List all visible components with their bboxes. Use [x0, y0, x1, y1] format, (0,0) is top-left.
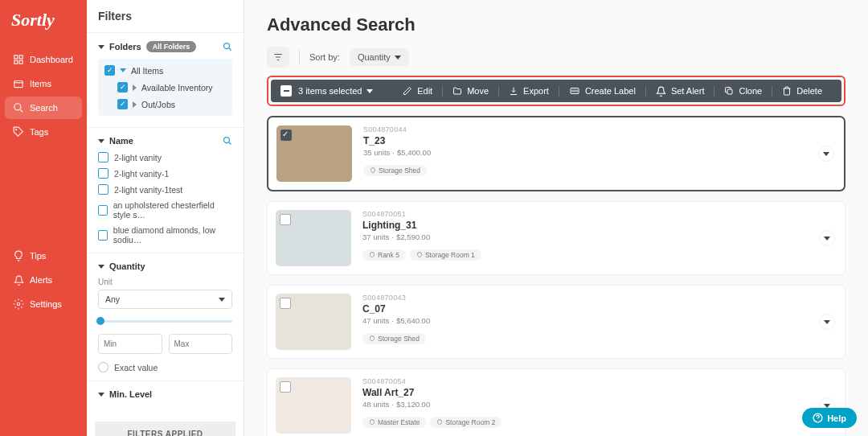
nav-item-items[interactable]: Items	[5, 72, 82, 95]
chevron-right-icon	[133, 84, 137, 91]
nav-item-tips[interactable]: Tips	[5, 245, 82, 267]
name-filter-item[interactable]: an upholstered chesterfield style s…	[98, 200, 232, 220]
brand-logo: Sortly	[0, 0, 87, 40]
location-tag[interactable]: Master Estate	[362, 417, 426, 428]
item-checkbox[interactable]	[280, 381, 291, 393]
gear-icon	[13, 298, 24, 310]
main-content: Advanced Search Sort by: Quantity 3 item…	[244, 0, 868, 436]
svg-point-9	[224, 138, 230, 143]
checkbox-icon[interactable]: ✓	[117, 99, 128, 109]
chevron-down-icon[interactable]	[366, 89, 373, 93]
item-checkbox[interactable]	[280, 298, 291, 309]
nav-label: Tags	[30, 127, 48, 137]
item-meta: 37 units·$2,590.00	[362, 232, 837, 241]
folder-tree-item[interactable]: ✓Out/Jobs	[98, 96, 232, 113]
item-card[interactable]: S004870051Lighting_3137 units·$2,590.00 …	[267, 201, 845, 275]
name-filter-item[interactable]: blue diamond almonds, low sodiu…	[98, 225, 232, 245]
location-tag[interactable]: Storage Room 2	[430, 417, 502, 428]
nav-label: Search	[30, 103, 58, 113]
item-title: T_23	[363, 135, 836, 146]
unit-select[interactable]: Any	[98, 290, 232, 309]
exact-value-radio[interactable]	[98, 362, 108, 372]
nav-label: Settings	[30, 299, 62, 309]
name-filter-item[interactable]: 2-light vanity-1test	[98, 184, 232, 195]
chevron-down-icon	[98, 45, 104, 49]
checkbox-icon[interactable]: ✓	[117, 82, 128, 93]
nav-item-alerts[interactable]: Alerts	[5, 269, 82, 291]
action-clone[interactable]: Clone	[714, 86, 772, 97]
chevron-down-icon	[98, 265, 104, 269]
item-card[interactable]: S004870054Wall Art_2748 units·$3,120.00 …	[267, 368, 845, 436]
checkbox-icon[interactable]	[98, 184, 108, 195]
chevron-down-icon	[395, 56, 401, 60]
copy-icon	[724, 86, 734, 96]
trash-icon	[782, 86, 792, 96]
nav-item-settings[interactable]: Settings	[5, 293, 82, 315]
filter-section-folders: Folders All Folders ✓All Items✓Available…	[87, 32, 244, 127]
action-edit[interactable]: Edit	[393, 86, 442, 97]
checkbox-icon[interactable]	[98, 205, 108, 216]
svg-point-7	[17, 302, 20, 306]
action-move[interactable]: Move	[442, 86, 498, 97]
svg-point-8	[224, 43, 230, 49]
name-filter-item[interactable]: 2-light vanity	[98, 152, 232, 162]
max-input[interactable]	[169, 334, 233, 354]
item-card[interactable]: S004870044T_2335 units·$5,400.00 Storage…	[267, 116, 845, 191]
svg-rect-2	[14, 60, 18, 64]
min-input[interactable]	[98, 334, 162, 354]
chevron-down-icon	[824, 320, 830, 324]
action-delete[interactable]: Delete	[772, 86, 832, 97]
nav-item-dashboard[interactable]: Dashboard	[5, 48, 82, 71]
action-export[interactable]: Export	[498, 86, 559, 97]
checkbox-icon[interactable]	[98, 152, 108, 162]
unit-label: Unit	[98, 278, 232, 286]
action-create-label[interactable]: Create Label	[559, 86, 645, 97]
item-title: Lighting_31	[362, 220, 837, 231]
all-folders-pill[interactable]: All Folders	[146, 41, 197, 52]
filters-applied-button[interactable]: FILTERS APPLIED	[95, 422, 235, 436]
item-sku: S004870054	[362, 377, 837, 385]
svg-rect-4	[14, 81, 23, 88]
selection-bar: 3 items selected EditMoveExportCreate La…	[271, 80, 841, 102]
name-label: Name	[109, 136, 133, 146]
quantity-label: Quantity	[109, 261, 145, 271]
grid-icon	[13, 54, 24, 65]
checkbox-icon[interactable]	[98, 230, 108, 241]
quantity-slider[interactable]	[98, 320, 232, 323]
search-icon[interactable]	[223, 42, 232, 51]
checkbox-icon[interactable]	[98, 168, 108, 179]
filter-section-quantity: Quantity Unit Any Exact value	[87, 253, 244, 380]
nav-label: Dashboard	[30, 55, 73, 64]
nav-item-search[interactable]: Search	[5, 97, 82, 119]
select-all-checkbox[interactable]	[280, 85, 292, 97]
search-icon[interactable]	[223, 136, 232, 146]
folder-tree-item[interactable]: ✓All Items	[98, 62, 232, 79]
item-checkbox[interactable]	[280, 130, 292, 141]
svg-rect-3	[19, 60, 23, 64]
folder-tree-item[interactable]: ✓Available Inventory	[98, 79, 232, 96]
bell-icon	[656, 86, 666, 97]
location-tag[interactable]: Storage Shed	[362, 333, 426, 344]
checkbox-icon[interactable]: ✓	[104, 65, 115, 76]
folders-label: Folders	[109, 42, 141, 51]
item-card[interactable]: S004870043C_0747 units·$5,640.00 Storage…	[267, 285, 845, 359]
toolbar: Sort by: Quantity	[267, 47, 845, 68]
svg-point-6	[16, 130, 17, 130]
location-tag[interactable]: Storage Room 1	[410, 249, 481, 261]
help-button[interactable]: Help	[802, 408, 857, 428]
name-filter-item[interactable]: 2-light vanity-1	[98, 168, 232, 179]
nav-item-tags[interactable]: Tags	[5, 121, 82, 143]
chevron-right-icon	[133, 101, 137, 108]
filter-toggle-button[interactable]	[267, 47, 289, 68]
chevron-down-icon	[98, 393, 104, 397]
item-checkbox[interactable]	[280, 214, 291, 225]
action-set-alert[interactable]: Set Alert	[645, 86, 714, 97]
location-tag[interactable]: Storage Shed	[363, 165, 427, 176]
sort-dropdown[interactable]: Quantity	[350, 48, 409, 66]
expand-button[interactable]	[818, 146, 834, 162]
location-tag[interactable]: Rank 5	[362, 249, 406, 261]
expand-button[interactable]	[819, 314, 835, 330]
expand-button[interactable]	[819, 230, 835, 246]
item-sku: S004870044	[363, 125, 836, 134]
item-meta: 47 units·$5,640.00	[362, 316, 837, 325]
